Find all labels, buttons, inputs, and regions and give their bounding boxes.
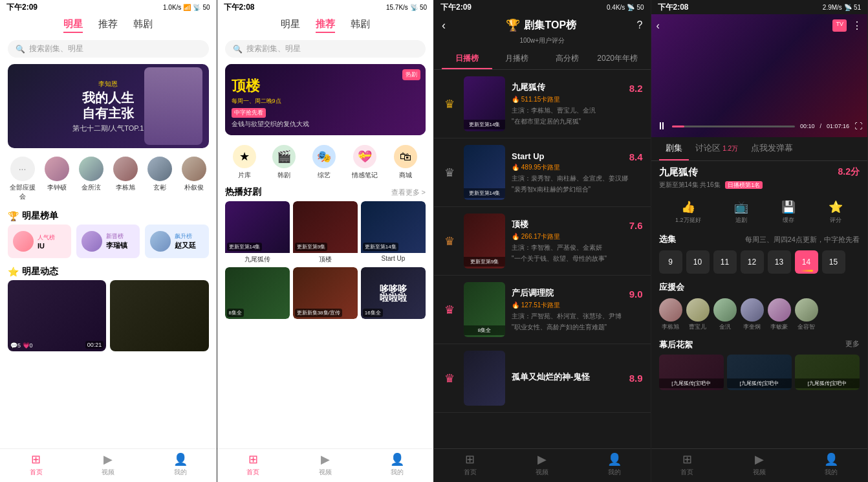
ep-btn-11[interactable]: 11 <box>713 250 737 274</box>
drama-item-startup-2[interactable]: 更新至第14集 Start Up <box>361 201 426 264</box>
tab-kdrama-1[interactable]: 韩剧 <box>133 18 153 33</box>
panel-3: 下午2:09 0.4K/s 📡 50 ‹ 🏆 剧集TOP榜 ? 100w+用户评… <box>434 0 651 482</box>
nav-profile-2[interactable]: 👤 我的 <box>362 452 434 477</box>
cat-shop-2[interactable]: 🛍 商城 <box>394 145 417 180</box>
ep-btn-13[interactable]: 13 <box>768 250 791 274</box>
backstage-grid-4: [九尾狐传]宝吧中 [九尾狐传]宝吧中 [九尾狐传]宝吧中 <box>659 355 860 390</box>
ranking-list-3: ♛ 更新至第14集 九尾狐传 8.2 🔥 511.15卡路里 主演：李栋旭、曹宝… <box>434 70 651 448</box>
tab-recommend-2[interactable]: 推荐 <box>316 18 335 33</box>
action-rate-4[interactable]: ⭐ 评分 <box>829 200 843 225</box>
rank-item-1-3[interactable]: ♛ 更新至第14集 九尾狐传 8.2 🔥 511.15卡路里 主演：李栋旭、曹宝… <box>434 70 651 138</box>
nav-home-3[interactable]: ⊞ 首页 <box>434 452 506 477</box>
avatar-item-1[interactable]: 李钟硕 <box>42 157 71 192</box>
tab-discussion-4[interactable]: 讨论区 1.2万 <box>689 137 745 160</box>
drama-item-more2-2[interactable]: 哆哆哆啦啦啦 16集全 <box>361 267 426 319</box>
action-like-4[interactable]: 👍 1.2万挺好 <box>675 200 701 225</box>
drama-item-penthouse-2[interactable]: 更新至第9集 顶楼 <box>293 201 358 264</box>
bs-thumb-1[interactable]: [九尾狐传]宝吧中 <box>659 355 724 390</box>
action-cache-4[interactable]: 💾 缓存 <box>781 200 796 225</box>
dynamic-item-1[interactable]: 💬5 💗0 00:21 <box>8 280 106 351</box>
nav-home-4[interactable]: ⊞ 首页 <box>651 452 724 477</box>
avatar-item-5[interactable]: 朴叙俊 <box>179 157 208 192</box>
drama-item-more1-2[interactable]: 更新新集38集/宣传 <box>293 267 358 319</box>
bs-thumb-3[interactable]: [九尾狐传]宝吧中 <box>795 355 860 390</box>
drama-item-postpartum-2[interactable]: 8集全 <box>225 267 290 319</box>
avatar-circle-4 <box>147 157 172 181</box>
fc-member-1[interactable]: 李栋旭 <box>659 298 682 331</box>
fc-member-6[interactable]: 金容智 <box>795 298 818 331</box>
cat-library-2[interactable]: ★ 片库 <box>233 145 256 180</box>
tab-kdrama-2[interactable]: 韩剧 <box>351 18 370 33</box>
hot-title-2: 热播好剧 <box>225 186 261 198</box>
tab-day-3[interactable]: 日播榜 <box>442 49 492 69</box>
tab-episodes-4[interactable]: 剧集 <box>659 137 689 160</box>
back-btn-4[interactable]: ‹ <box>656 20 660 32</box>
ep-btn-10[interactable]: 10 <box>686 250 710 274</box>
rank-item-2-3[interactable]: ♛ 更新至第14集 Start Up 8.4 🔥 489.95卡路里 主演：裴秀… <box>434 138 651 207</box>
cat-emotion-label-2: 情感笔记 <box>352 171 378 180</box>
nav-profile-1[interactable]: 👤 我的 <box>144 452 217 477</box>
backstage-header-4: 幕后花絮 更多 <box>659 339 860 351</box>
fullscreen-btn-4[interactable]: ⛶ <box>854 122 862 131</box>
pause-btn-4[interactable]: ⏸ <box>656 120 667 132</box>
rank-card-2[interactable]: 新晋榜 李瑞镇 <box>76 225 140 258</box>
nav-profile-4[interactable]: 👤 我的 <box>796 452 868 477</box>
fc-avatar-6 <box>795 298 818 322</box>
nav-video-label-4: 视频 <box>753 468 766 477</box>
avatar-item-3[interactable]: 李栋旭 <box>111 157 140 192</box>
progress-bar-4[interactable] <box>672 126 795 127</box>
rank-card-1[interactable]: 人气榜 IU <box>8 225 71 258</box>
action-follow-4[interactable]: 📺 追剧 <box>734 200 748 225</box>
fc-member-4[interactable]: 李奎炯 <box>741 298 764 331</box>
banner-1[interactable]: 李知恩 我的人生自有主张 第七十二期/人气TOP.1 <box>8 64 209 148</box>
cat-emotion-2[interactable]: 💝 情感笔记 <box>352 145 378 180</box>
fc-member-5[interactable]: 李敏豪 <box>768 298 791 331</box>
hot-more-2[interactable]: 查看更多 > <box>391 188 426 197</box>
rank-num-5-3: ♛ <box>442 371 457 386</box>
rank-item-3-3[interactable]: ♛ 更新至第9集 顶楼 7.6 🔥 266.17卡路里 主演：李智雅、严基俊、金… <box>434 207 651 276</box>
nav-video-4[interactable]: ▶ 视频 <box>723 452 796 477</box>
rank-card-3[interactable]: 飙升榜 赵又廷 <box>145 225 208 258</box>
tab-stars-2[interactable]: 明星 <box>281 18 300 33</box>
tab-high-3[interactable]: 高分榜 <box>542 49 592 69</box>
rank-item-4-3[interactable]: ♛ 8集全 产后调理院 9.0 🔥 127.51卡路里 主演：严智苑、朴河宣、张… <box>434 276 651 344</box>
drama-item-fox-2[interactable]: 更新至第14集 九尾狐传 <box>225 201 290 264</box>
nav-profile-3[interactable]: 👤 我的 <box>578 452 651 477</box>
fc-member-2[interactable]: 曹宝儿 <box>686 298 710 331</box>
tab-year-3[interactable]: 2020年年榜 <box>592 49 643 69</box>
ep-btn-14[interactable]: 14 <box>795 250 818 274</box>
banner-2[interactable]: 热剧 顶楼 每周一、周二晚9点 中字抢先看 金钱与欲望交织的复仇大戏 <box>225 64 426 135</box>
ep-btn-9[interactable]: 9 <box>659 250 682 274</box>
more-btn-4[interactable]: ⋮ <box>852 19 862 32</box>
fc-member-3[interactable]: 金汎 <box>713 298 737 331</box>
cat-variety-2[interactable]: 🎭 综艺 <box>312 145 336 180</box>
search-bar-2[interactable]: 🔍 搜索剧集、明星 <box>225 40 426 58</box>
tab-month-3[interactable]: 月播榜 <box>492 49 543 69</box>
cat-kdrama-2[interactable]: 🎬 韩剧 <box>272 145 296 180</box>
drama-badge2-postpartum-2: 8集全 <box>227 309 244 317</box>
search-bar-1[interactable]: 🔍 搜索剧集、明星 <box>8 40 209 58</box>
nav-home-1[interactable]: ⊞ 首页 <box>0 452 72 477</box>
bs-thumb-2[interactable]: [九尾狐传]宝吧中 <box>727 355 792 390</box>
help-btn-3[interactable]: ? <box>637 19 643 31</box>
nav-video-3[interactable]: ▶ 视频 <box>506 452 579 477</box>
back-btn-3[interactable]: ‹ <box>442 19 446 32</box>
ep-btn-15[interactable]: 15 <box>822 250 845 274</box>
tab-recommend-1[interactable]: 推荐 <box>98 18 118 33</box>
rank-item-5-3[interactable]: ♛ 孤单又灿烂的神-鬼怪 8.9 <box>434 344 651 413</box>
avatar-item-2[interactable]: 金所泫 <box>76 157 105 192</box>
nav-video-1[interactable]: ▶ 视频 <box>72 452 145 477</box>
drama-thumb-more1-2: 更新新集38集/宣传 <box>293 267 358 319</box>
rank-info-3: 飙升榜 赵又廷 <box>175 232 203 250</box>
dynamic-item-2[interactable] <box>110 280 208 351</box>
backstage-more-4[interactable]: 更多 <box>845 339 860 351</box>
avatar-item-4[interactable]: 玄彬 <box>145 157 174 192</box>
rank-name-2: 李瑞镇 <box>106 241 135 250</box>
ep-btn-12[interactable]: 12 <box>741 250 764 274</box>
rank-info-4-3: 产后调理院 9.0 🔥 127.51卡路里 主演：严智苑、朴河宣、张慧珍、尹博 … <box>512 287 643 332</box>
nav-home-2[interactable]: ⊞ 首页 <box>217 452 290 477</box>
avatar-all-1[interactable]: ··· 全部应援会 <box>8 157 37 201</box>
tab-stars-1[interactable]: 明星 <box>63 18 83 33</box>
nav-video-2[interactable]: ▶ 视频 <box>289 452 362 477</box>
tab-bullet-4[interactable]: 点我发弹幕 <box>744 137 799 160</box>
